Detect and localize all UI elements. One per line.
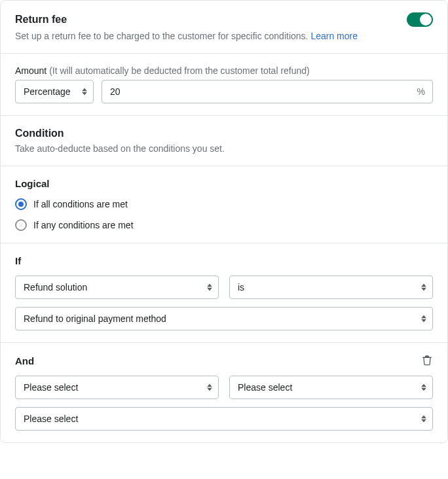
and-section: And Please select Please select	[1, 343, 447, 442]
logical-title: Logical	[15, 178, 433, 189]
and-operator-select[interactable]: Please select	[229, 376, 433, 399]
condition-section: Condition Take auto-deducte based on the…	[1, 116, 447, 166]
amount-type-value: Percentage	[15, 80, 94, 103]
condition-desc: Take auto-deducte based on the condition…	[15, 143, 433, 154]
condition-title: Condition	[15, 128, 433, 139]
logical-section: Logical If all conditions are met If any…	[1, 166, 447, 243]
amount-input[interactable]: 20	[102, 80, 433, 103]
enable-toggle[interactable]	[407, 12, 433, 27]
percent-suffix: %	[417, 86, 425, 97]
radio-all-label: If all conditions are met	[33, 199, 128, 209]
subtitle-text: Set up a return fee to be charged to the…	[15, 31, 310, 41]
radio-all-conditions[interactable]: If all conditions are met	[15, 198, 433, 210]
radio-icon	[15, 198, 27, 210]
and-field-value: Please select	[15, 376, 219, 399]
amount-input-wrap[interactable]: 20 %	[102, 80, 433, 103]
if-field-select[interactable]: Refund solution	[15, 275, 219, 299]
and-operator-value: Please select	[229, 376, 433, 399]
if-value-text: Refund to original payment method	[15, 307, 433, 330]
and-value-text: Please select	[15, 407, 433, 431]
amount-section: Amount (It will automatically be deducte…	[1, 54, 447, 116]
if-value-select[interactable]: Refund to original payment method	[15, 307, 433, 330]
delete-button[interactable]	[421, 355, 433, 366]
and-value-select[interactable]: Please select	[15, 407, 433, 431]
card-title: Return fee	[15, 14, 67, 26]
card-subtitle: Set up a return fee to be charged to the…	[15, 31, 433, 41]
if-title: If	[15, 255, 433, 266]
if-field-value: Refund solution	[15, 275, 219, 299]
trash-icon	[421, 355, 433, 366]
radio-any-label: If any conditions are met	[33, 220, 134, 230]
amount-type-select[interactable]: Percentage	[15, 80, 94, 103]
amount-label-text: Amount	[15, 65, 49, 76]
and-title: And	[15, 355, 34, 366]
if-operator-value: is	[229, 275, 433, 299]
header-section: Return fee Set up a return fee to be cha…	[1, 1, 447, 54]
if-operator-select[interactable]: is	[229, 275, 433, 299]
return-fee-card: Return fee Set up a return fee to be cha…	[0, 0, 448, 443]
radio-icon	[15, 219, 27, 231]
amount-label: Amount (It will automatically be deducte…	[15, 65, 433, 76]
and-field-select[interactable]: Please select	[15, 376, 219, 399]
amount-hint: (It will automatically be deducted from …	[49, 65, 310, 76]
learn-more-link[interactable]: Learn more	[310, 31, 358, 41]
if-section: If Refund solution is Refund to original…	[1, 243, 447, 343]
radio-any-conditions[interactable]: If any conditions are met	[15, 219, 433, 231]
